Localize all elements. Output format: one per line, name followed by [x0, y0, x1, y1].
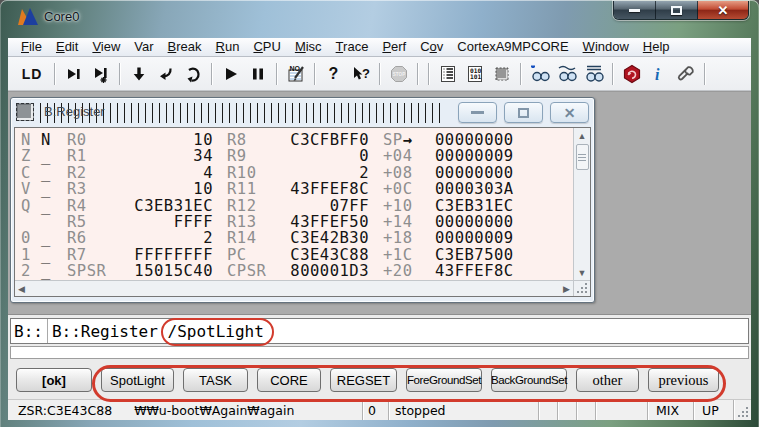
menu-help[interactable]: Help: [636, 38, 677, 56]
softkey-ok[interactable]: [ok]: [16, 368, 92, 392]
command-prompt: B::: [11, 319, 48, 343]
step-into-icon[interactable]: [60, 61, 87, 87]
svg-text:?: ?: [362, 66, 370, 81]
status-bar: ZSR:C3E43C88 ₩₩u-boot₩Again₩again 0 stop…: [8, 399, 751, 420]
main-window: Core0 ✕ FileEditViewVarBreakRunCPUMiscTr…: [0, 0, 759, 427]
toolbar-separator: [314, 63, 315, 85]
toolbar-separator: [379, 63, 380, 85]
command-text: B::Register /SpotLight: [48, 322, 264, 341]
svg-text:i: i: [655, 66, 660, 83]
close-icon: ✕: [718, 4, 729, 17]
toolbar-separator: [119, 63, 120, 85]
softkey-task[interactable]: TASK: [183, 368, 248, 392]
watch-icon[interactable]: [553, 61, 580, 87]
status-symbol-path: ₩₩u-boot₩Again₩again: [134, 403, 294, 418]
menu-cpu[interactable]: CPU: [246, 38, 287, 56]
title-bar[interactable]: Core0 ✕: [0, 0, 759, 38]
scroll-right-icon[interactable]: ▶: [563, 284, 570, 294]
register-row: NNR010R8C3CFBFF0SP→00000000: [21, 132, 573, 148]
maximize-button[interactable]: [656, 1, 698, 19]
list-icon[interactable]: [434, 61, 461, 87]
horizontal-scrollbar[interactable]: ◀ ▶: [15, 281, 573, 296]
help-icon[interactable]: ?: [320, 61, 347, 87]
menu-file[interactable]: File: [14, 38, 49, 56]
svg-text:101: 101: [470, 73, 481, 80]
scroll-down-icon[interactable]: ▼: [574, 265, 590, 280]
close-button[interactable]: ✕: [698, 1, 748, 19]
menu-misc[interactable]: Misc: [288, 38, 329, 56]
tools-icon[interactable]: [672, 61, 699, 87]
register-window: B:Register ✕ NNR010R8C3CFBFF0SP→00000000…: [10, 97, 595, 303]
scroll-left-icon[interactable]: ◀: [18, 284, 25, 294]
softkey-spotlight[interactable]: SpotLight: [101, 368, 174, 392]
minimize-button[interactable]: [614, 1, 656, 19]
menu-cov[interactable]: Cov: [413, 38, 450, 56]
softkey-bar: [ok]SpotLightTASKCOREREGSETForeGroundSet…: [8, 361, 751, 399]
menu-run[interactable]: Run: [209, 38, 247, 56]
context-help-icon[interactable]: ?: [347, 61, 374, 87]
register-window-title: B:Register: [44, 104, 105, 119]
softkey-other[interactable]: other: [576, 368, 639, 392]
info-icon[interactable]: i: [645, 61, 672, 87]
softkey-foregroundset[interactable]: ForeGroundSet: [406, 368, 482, 392]
add-watch-icon[interactable]: [526, 61, 553, 87]
go-return-icon[interactable]: [152, 61, 179, 87]
go-button[interactable]: [217, 61, 244, 87]
register-row: 1_R7FFFFFFFFPCC3E43C88+1CC3EB7500: [21, 247, 573, 263]
register-row: V_R310R1143FFEF8C+0C0000303A: [21, 181, 573, 197]
menu-window[interactable]: Window: [576, 38, 636, 56]
status-state: stopped: [388, 400, 538, 420]
find-icon[interactable]: [580, 61, 607, 87]
register-minimize-button[interactable]: [458, 102, 497, 123]
load-button[interactable]: LD: [15, 61, 49, 87]
status-empty-cell: [557, 400, 576, 420]
go-up-icon[interactable]: [179, 61, 206, 87]
menu-trace[interactable]: Trace: [329, 38, 376, 56]
register-row: Z_R134R90+0400000009: [21, 148, 573, 164]
menu-bar: FileEditViewVarBreakRunCPUMiscTracePerfC…: [8, 38, 751, 57]
dump-icon[interactable]: 010101: [461, 61, 488, 87]
menu-break[interactable]: Break: [161, 38, 209, 56]
softkey-previous[interactable]: previous: [648, 368, 719, 392]
menu-perf[interactable]: Perf: [375, 38, 413, 56]
toolbar-separator: [54, 63, 55, 85]
scroll-up-icon[interactable]: ▲: [574, 128, 590, 143]
step-over-icon[interactable]: [87, 61, 114, 87]
command-panel: B:: B::Register /SpotLight: [8, 314, 751, 361]
softkey-regset[interactable]: REGSET: [330, 368, 397, 392]
toolbar-separator: [417, 63, 418, 85]
break-button[interactable]: [244, 61, 271, 87]
register-row: R5FFFFR1343FFEF50+1400000000: [21, 214, 573, 230]
close-icon: ✕: [564, 106, 576, 120]
softkey-backgroundset[interactable]: BackGroundSet: [491, 368, 567, 392]
toolbar-separator: [612, 63, 613, 85]
register-restore-button[interactable]: [504, 102, 543, 123]
status-empty-cell: [538, 400, 557, 420]
menu-edit[interactable]: Edit: [49, 38, 85, 56]
trace32-logo-icon: [18, 8, 38, 25]
step-down-icon[interactable]: [125, 61, 152, 87]
caption-buttons: ✕: [613, 1, 749, 20]
memory-icon[interactable]: [488, 61, 515, 87]
menu-var[interactable]: Var: [127, 38, 160, 56]
status-mode: MIX: [647, 400, 693, 420]
register-close-button[interactable]: ✕: [550, 102, 589, 123]
vertical-scroll-thumb[interactable]: [576, 144, 589, 170]
minimize-icon: [471, 111, 484, 114]
command-input[interactable]: B:: B::Register /SpotLight: [10, 318, 749, 344]
register-row: 2_SPSR15015C40CPSR800001D3+2043FFEF8C: [21, 263, 573, 279]
status-resize-grip[interactable]: [733, 400, 751, 420]
resize-grip[interactable]: [573, 281, 590, 296]
register-window-body: NNR010R8C3CFBFF0SP→00000000Z_R134R90+040…: [14, 127, 591, 297]
menu-view[interactable]: View: [85, 38, 127, 56]
menu-cortexa9mpcore[interactable]: CortexA9MPCORE: [450, 38, 575, 56]
register-row: 0_R62R14C3E42B30+1800000009: [21, 230, 573, 246]
vertical-scrollbar[interactable]: ▲ ▼: [573, 128, 590, 280]
toolbar-separator: [428, 63, 429, 85]
edit-no-icon[interactable]: NO: [282, 61, 309, 87]
chip-icon: [16, 103, 34, 121]
reset-icon[interactable]: [618, 61, 645, 87]
softkey-core[interactable]: CORE: [257, 368, 321, 392]
register-window-titlebar[interactable]: B:Register ✕: [14, 101, 591, 127]
register-row: C_R24R102+0800000000: [21, 165, 573, 181]
